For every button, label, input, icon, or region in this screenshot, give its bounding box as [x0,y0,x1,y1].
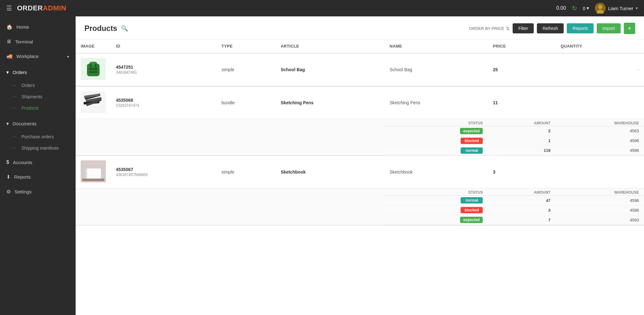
wh-amount-cell: 119 [488,146,555,155]
wh-amount-cell: 2 [488,126,555,136]
wh-status-header: Status [385,119,488,126]
sidebar-item-home[interactable]: 🏠 Home [0,20,76,34]
sidebar-item-orders-sub[interactable]: Orders [0,80,76,91]
warehouse-header-row: Status Amount Warehouse [76,119,644,126]
products-table: Image Id Type Article Name Price Quantit… [76,39,644,226]
add-product-button[interactable]: + [624,23,635,34]
wh-amount-cell: 1 [488,136,555,146]
table-row[interactable]: 4535067 436367457586869 simple Sketchboo… [76,156,644,188]
wh-spacer [76,196,385,205]
warehouse-header-row: Status Amount Warehouse [76,188,644,196]
reports-icon: ⬇ [6,174,10,180]
product-quantity-cell [555,156,644,188]
sidebar-item-reports[interactable]: ⬇ Reports [0,169,76,184]
notifications-button[interactable]: 0 ▾ [583,5,589,11]
table-row[interactable]: 4535068 53263747474 bundle Sketching Pen… [76,87,644,119]
product-id-sub: 53263747474 [116,103,211,108]
wh-status-cell: expected [385,215,488,225]
user-menu-chevron-icon: ▾ [636,6,638,10]
product-image-cell [76,53,111,86]
wh-status-cell: blocked [385,136,488,146]
products-list: Image Id Type Article Name Price Quantit… [76,39,644,226]
sidebar-item-documents[interactable]: ▾ Documents [0,116,76,131]
wh-warehouse-cell: 4596 [555,146,644,155]
col-type: Type [216,39,276,53]
product-type-cell: simple [216,156,276,188]
warehouse-row: normal 119 4596 [76,146,644,155]
sidebar-item-accounts[interactable]: $ Accounts [0,155,76,169]
sidebar-sub-shipping-manifests-label: Shipping manifests [21,146,59,151]
sidebar-item-reports-label: Reports [14,174,31,180]
product-id-main: 4535068 [116,98,211,103]
product-price-cell: 25 [488,53,555,86]
refresh-button[interactable]: Refresh [537,23,564,33]
wh-warehouse-cell: 4596 [555,136,644,146]
product-article-cell: Sketching Pens [276,87,385,119]
order-by-label: ORDER BY PRICE ⇅ [469,26,509,31]
wh-amount-header: Amount [488,119,555,126]
wh-spacer [76,215,385,225]
product-id-sub: 3463847461 [116,70,211,75]
home-icon: 🏠 [6,24,13,30]
reports-button[interactable]: Reports [567,23,594,33]
table-row[interactable]: 4547251 3463847461 simple School Bag Sch… [76,53,644,86]
accounts-icon: $ [6,159,9,165]
product-id-cell: 4535068 53263747474 [111,87,216,119]
wh-status-cell: expected [385,126,488,136]
filter-button[interactable]: Filter [513,23,534,33]
status-badge: blocked [461,207,483,213]
status-badge: expected [460,128,483,134]
warehouse-row: expected 7 4563 [76,215,644,225]
sidebar-item-workplace[interactable]: 🚚 Workplace ▸ [0,49,76,64]
page-header: Products 🔍 ORDER BY PRICE ⇅ Filter Refre… [76,16,644,39]
balance-display: 0.00 [556,5,566,11]
page-title-area: Products 🔍 [84,24,128,33]
sidebar-item-orders-label: Orders [13,70,27,75]
wh-status-cell: normal [385,196,488,205]
sidebar-item-shipping-manifests[interactable]: Shipping manifests [0,142,76,154]
product-price-cell: 11 [488,87,555,119]
user-avatar [595,3,606,14]
table-divider [76,225,644,226]
search-icon[interactable]: 🔍 [121,25,128,32]
product-type-cell: bundle [216,87,276,119]
sidebar-item-products[interactable]: Products [0,102,76,114]
header-actions: ORDER BY PRICE ⇅ Filter Refresh Reports … [469,23,635,34]
sidebar-item-terminal[interactable]: 🖥 Terminal [0,34,76,49]
wh-warehouse-cell: 4596 [555,196,644,205]
refresh-icon[interactable]: ↻ [572,4,577,12]
product-image [81,160,106,184]
product-type: simple [221,169,234,175]
col-id: Id [111,39,216,53]
product-name-cell: School Bag [385,53,488,86]
sidebar-item-orders[interactable]: ▾ Orders [0,65,76,80]
product-article: Sketching Pens [281,100,313,105]
warehouse-row: blocked 3 4596 [76,205,644,215]
wh-warehouse-header: Warehouse [555,188,644,196]
product-article-cell: School Bag [276,53,385,86]
warehouse-row: blocked 1 4596 [76,136,644,146]
workplace-expand-icon: ▸ [67,54,69,59]
filter-sort-icon[interactable]: ⇅ [506,26,509,31]
wh-spacer [76,205,385,215]
product-price: 25 [493,67,498,72]
sidebar-item-settings[interactable]: ⚙ Settings [0,184,76,199]
product-name: Sketching Pens [390,100,420,105]
sidebar-sub-products-label: Products [21,106,39,111]
product-article: Sketchbook [281,169,306,175]
product-article-cell: Sketchbook [276,156,385,188]
documents-icon: ▾ [6,121,9,127]
terminal-icon: 🖥 [6,39,11,44]
wh-warehouse-cell: 4596 [555,205,644,215]
hamburger-icon[interactable]: ☰ [6,4,12,12]
sidebar-item-purchase-orders[interactable]: Purchase orders [0,131,76,142]
brand-order: ORDER [17,4,43,12]
sidebar-item-shipments[interactable]: Shipments [0,91,76,102]
wh-status-cell: normal [385,146,488,155]
user-menu[interactable]: Liam Turner ▾ [595,3,638,14]
product-quantity-cell: - [555,53,644,86]
product-price: 11 [493,100,498,105]
sidebar-item-settings-label: Settings [14,189,32,194]
import-button[interactable]: Import [597,23,621,33]
col-quantity: Quantity [555,39,644,53]
